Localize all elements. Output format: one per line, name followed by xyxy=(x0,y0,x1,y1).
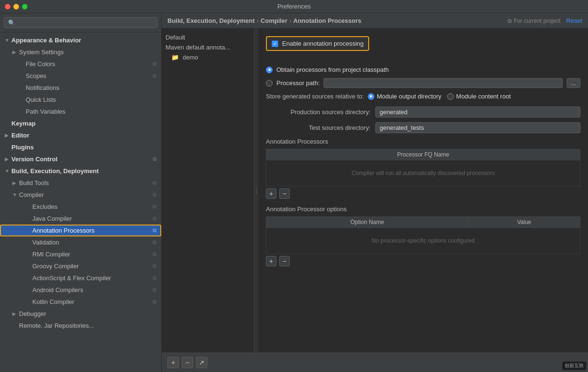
processor-path-label: Processor path: xyxy=(276,79,320,87)
sidebar-item-plugins[interactable]: Plugins xyxy=(0,141,161,153)
annotation-processors-table: Processor FQ Name xyxy=(266,149,580,160)
divider-dot xyxy=(256,190,257,191)
sidebar-item-actionscript-flex[interactable]: ActionScript & Flex Compiler ⧉ xyxy=(0,272,161,284)
add-option-button[interactable]: + xyxy=(266,256,276,266)
processor-path-input[interactable] xyxy=(323,78,563,88)
search-wrap: 🔍 xyxy=(4,17,157,28)
for-current-project: ⧉ For current project xyxy=(508,18,560,24)
export-bottom-button[interactable]: ↗ xyxy=(196,357,207,368)
arrow-icon xyxy=(12,192,19,197)
breadcrumb-bar: Build, Execution, Deployment › Compiler … xyxy=(162,13,588,29)
project-item-demo[interactable]: 📁 demo xyxy=(162,52,254,62)
sidebar-item-excludes[interactable]: Excludes ⧉ xyxy=(0,201,161,213)
search-icon: 🔍 xyxy=(8,20,15,26)
sidebar-item-groovy-compiler[interactable]: Groovy Compiler ⧉ xyxy=(0,260,161,272)
store-generated-label: Store generated sources relative to: xyxy=(266,93,364,100)
copy-icon: ⧉ xyxy=(153,263,157,269)
remove-bottom-button[interactable]: − xyxy=(182,357,193,368)
sidebar-item-android-compilers[interactable]: Android Compilers ⧉ xyxy=(0,284,161,296)
breadcrumb-sep-1: › xyxy=(256,17,258,24)
project-item-default[interactable]: Default xyxy=(162,32,254,42)
module-content-option[interactable]: Module content root xyxy=(447,93,511,100)
sidebar-item-validation[interactable]: Validation ⧉ xyxy=(0,236,161,248)
add-processor-button[interactable]: + xyxy=(266,188,276,199)
sidebar-item-debugger[interactable]: Debugger xyxy=(0,308,161,320)
sidebar-item-system-settings[interactable]: System Settings xyxy=(0,46,161,58)
sidebar-item-remote-jar[interactable]: Remote. Jar Repositories... xyxy=(0,320,161,332)
module-content-radio[interactable] xyxy=(447,93,454,100)
bottom-left-buttons: + − ↗ xyxy=(167,357,207,368)
project-item-label: demo xyxy=(183,54,198,61)
copy-icon-small: ⧉ xyxy=(508,18,512,24)
processor-path-browse-button[interactable]: ... xyxy=(567,78,580,88)
obtain-processors-radio[interactable] xyxy=(266,67,273,73)
sidebar-item-java-compiler[interactable]: Java Compiler ⧉ xyxy=(0,213,161,225)
title-bar: Preferences xyxy=(0,0,588,13)
processor-empty-message: Compiler will run all automatically disc… xyxy=(266,160,580,186)
settings-panel: ✓ Enable annotation processing Obtain pr… xyxy=(258,29,588,352)
divider-handle[interactable] xyxy=(255,29,258,352)
copy-icon: ⧉ xyxy=(153,73,157,79)
reset-button[interactable]: Reset xyxy=(566,17,582,24)
copy-icon: ⧉ xyxy=(153,192,157,198)
project-item-maven-default[interactable]: Maven default annota... xyxy=(162,42,254,52)
sidebar-tree: Appearance & Behavior System Settings Fi… xyxy=(0,32,161,372)
sidebar-item-editor[interactable]: Editor xyxy=(0,129,161,141)
sidebar-item-appearance-behavior[interactable]: Appearance & Behavior xyxy=(0,34,161,46)
obtain-processors-label: Obtain processors from project classpath xyxy=(276,66,389,73)
search-input[interactable] xyxy=(18,19,153,26)
annotation-processor-options-title: Annotation Processor options xyxy=(266,206,580,213)
arrow-icon xyxy=(5,133,11,138)
sidebar-item-kotlin-compiler[interactable]: Kotlin Compiler ⧉ xyxy=(0,296,161,308)
processor-path-row: Processor path: ... xyxy=(266,78,580,88)
project-item-label: Default xyxy=(166,34,185,41)
sidebar-item-compiler[interactable]: Compiler ⧉ xyxy=(0,189,161,201)
module-output-option[interactable]: Module output directory xyxy=(368,93,441,100)
watermark: 创新互联 xyxy=(562,362,586,370)
sidebar-item-keymap[interactable]: Keymap xyxy=(0,117,161,129)
arrow-icon xyxy=(5,38,11,43)
content-area: Default Maven default annota... 📁 demo xyxy=(162,29,588,352)
project-item-label: Maven default annota... xyxy=(166,44,230,51)
folder-icon: 📁 xyxy=(171,54,179,61)
remove-option-button[interactable]: − xyxy=(279,256,290,266)
minimize-button[interactable] xyxy=(13,4,19,10)
arrow-icon xyxy=(5,157,11,162)
production-sources-input[interactable] xyxy=(375,107,580,117)
test-sources-input[interactable] xyxy=(375,122,580,133)
add-bottom-button[interactable]: + xyxy=(167,357,179,368)
fullscreen-button[interactable] xyxy=(22,4,28,10)
value-header: Value xyxy=(468,217,580,228)
annotation-processors-toolbar: + − xyxy=(266,188,580,199)
sidebar-item-notifications[interactable]: Notifications xyxy=(0,82,161,94)
enable-annotation-checkbox-row[interactable]: ✓ Enable annotation processing xyxy=(266,36,369,51)
sidebar: 🔍 Appearance & Behavior System Settings … xyxy=(0,13,162,372)
option-name-header: Option Name xyxy=(266,217,469,228)
sidebar-item-quick-lists[interactable]: Quick Lists xyxy=(0,94,161,106)
enable-annotation-row: ✓ Enable annotation processing xyxy=(266,36,580,59)
sidebar-item-build-execution-deployment[interactable]: Build, Execution, Deployment xyxy=(0,165,161,177)
obtain-processors-row: Obtain processors from project classpath xyxy=(266,66,580,73)
sidebar-item-path-variables[interactable]: Path Variables xyxy=(0,106,161,117)
sidebar-item-file-colors[interactable]: File Colors ⧉ xyxy=(0,58,161,70)
sidebar-item-build-tools[interactable]: Build Tools ⧉ xyxy=(0,177,161,189)
sidebar-item-scopes[interactable]: Scopes ⧉ xyxy=(0,70,161,82)
production-sources-row: Production sources directory: xyxy=(266,107,580,117)
remove-processor-button[interactable]: − xyxy=(279,188,290,199)
sidebar-item-annotation-processors[interactable]: Annotation Processors ⧉ xyxy=(0,225,161,236)
annotation-processors-section-title: Annotation Processors xyxy=(266,138,580,145)
arrow-icon xyxy=(12,49,19,55)
copy-icon: ⧉ xyxy=(153,156,157,162)
copy-icon: ⧉ xyxy=(153,275,157,281)
module-output-radio[interactable] xyxy=(368,93,374,100)
close-button[interactable] xyxy=(5,4,10,10)
processor-path-radio[interactable] xyxy=(266,80,273,87)
enable-annotation-checkbox[interactable]: ✓ xyxy=(272,40,278,47)
test-sources-label: Test sources directory: xyxy=(266,124,371,131)
copy-icon: ⧉ xyxy=(153,251,157,257)
sidebar-item-version-control[interactable]: Version Control ⧉ xyxy=(0,153,161,165)
traffic-lights xyxy=(5,4,28,10)
module-content-label: Module content root xyxy=(456,93,511,100)
sidebar-item-rmi-compiler[interactable]: RMI Compiler ⧉ xyxy=(0,248,161,260)
breadcrumb-part-3: Annotation Processors xyxy=(294,17,362,24)
